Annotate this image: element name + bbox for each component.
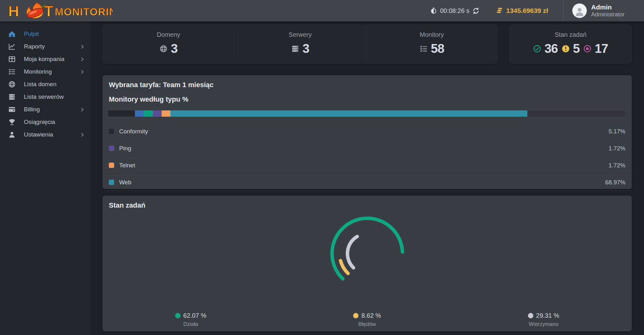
sidebar-item-osi-gni-cia[interactable]: Osiągnięcia <box>0 116 91 128</box>
legend-row-web: Web68.97% <box>103 174 632 191</box>
session-timer: 00:08:26 s <box>430 0 479 21</box>
legend-value: 29.31 % <box>536 312 559 319</box>
chevron-right-icon <box>80 44 85 49</box>
sidebar-item-label: Moja kompania <box>24 56 80 63</box>
stop-circle-icon <box>583 45 591 53</box>
sidebar-item-label: Billing <box>24 106 80 113</box>
task-state-panel-title: Stan zadań <box>103 196 632 209</box>
donut-legend-item-wstrzymano[interactable]: 29.31 %Wstrzymano <box>455 312 632 327</box>
chart-icon <box>8 43 16 50</box>
sidebar-item-lista-serwer-w[interactable]: Lista serwerów <box>0 91 91 103</box>
legend-percentage: 1.72% <box>608 145 625 152</box>
person-icon <box>574 6 585 17</box>
stats-card-counts: Domeny3Serwery3Monitory58 <box>103 25 498 64</box>
legend-dot <box>528 313 533 318</box>
checklist-icon <box>419 45 428 53</box>
tariff-panel-title: Wybrana taryfa: Team 1 miesiąc <box>103 75 632 89</box>
bar-segment <box>527 110 625 117</box>
user-name: Admin <box>591 3 625 11</box>
tariff-panel: Wybrana taryfa: Team 1 miesiąc Monitory … <box>103 75 632 189</box>
sidebar-item-lista-domen[interactable]: Lista domen <box>0 78 91 91</box>
task-state-donut-chart <box>328 214 407 294</box>
legend-dot <box>175 313 180 318</box>
svg-text:H: H <box>8 3 19 20</box>
session-timer-value: 00:08:26 s <box>440 7 469 14</box>
monitors-by-type-title: Monitory według typu % <box>103 89 632 103</box>
legend-label: Działa <box>183 321 198 327</box>
task-state-legend: 62.07 %Działa8.62 %Błędów29.31 %Wstrzyma… <box>103 312 632 327</box>
home-icon <box>8 30 16 38</box>
account-balance: 1345.69639 zł <box>496 0 548 21</box>
legend-percentage: 5.17% <box>608 128 625 135</box>
trophy-icon <box>8 118 16 126</box>
chevron-right-icon <box>80 107 85 112</box>
chevron-right-icon <box>80 132 85 137</box>
stopwatch-icon <box>430 7 437 14</box>
globe-icon <box>8 81 16 88</box>
legend-dot <box>353 313 358 318</box>
main-content: Domeny3Serwery3Monitory58 Stan zadań 365… <box>91 21 644 335</box>
monitors-by-type-legend: Conformity5.17%Ping1.72%Telnet1.72%Web68… <box>103 123 632 191</box>
server-icon <box>8 93 16 101</box>
stat-value: 17 <box>595 42 608 56</box>
bar-segment-conformity <box>108 110 135 117</box>
account-balance-value: 1345.69639 zł <box>506 7 548 14</box>
bar-segment <box>144 110 153 117</box>
refresh-icon[interactable] <box>472 7 480 14</box>
donut-legend-item-działa[interactable]: 62.07 %Działa <box>103 312 279 327</box>
sidebar-item-label: Ustawienia <box>24 131 80 138</box>
legend-swatch <box>109 146 114 151</box>
stat-title: Domeny <box>157 31 180 38</box>
sidebar-item-label: Lista domen <box>24 81 85 88</box>
sidebar-item-label: Lista serwerów <box>24 93 85 100</box>
legend-row-conformity: Conformity5.17% <box>103 123 632 140</box>
legend-label: Błędów <box>358 321 376 327</box>
donut-legend-item-błędów[interactable]: 8.62 %Błędów <box>279 312 455 327</box>
legend-percentage: 68.97% <box>605 179 625 186</box>
app-logo[interactable]: H T MONITORING <box>7 1 113 20</box>
stat-value: 3 <box>303 42 309 56</box>
sidebar-item-moja-kompania[interactable]: Moja kompania <box>0 53 91 65</box>
user-menu[interactable]: Admin Administrator <box>563 0 644 21</box>
bar-segment-ping <box>153 110 162 117</box>
sidebar-item-raporty[interactable]: Raporty <box>0 40 91 53</box>
legend-swatch <box>109 129 114 134</box>
legend-label: Telnet <box>119 162 608 169</box>
user-icon <box>8 131 16 138</box>
stat-section-domeny: Domeny3 <box>103 25 234 63</box>
stat-section-serwery: Serwery3 <box>234 25 366 63</box>
coins-icon <box>496 7 503 14</box>
arc-działa <box>332 218 402 279</box>
user-role: Administrator <box>591 11 625 18</box>
check-circle-icon <box>533 45 541 53</box>
arc-wstrzymano <box>347 237 357 268</box>
arc-błędów <box>340 261 348 274</box>
sidebar-item-billing[interactable]: Billing <box>0 103 91 116</box>
legend-swatch <box>109 163 114 168</box>
sidebar-item-pulpit[interactable]: Pulpit <box>0 28 91 40</box>
sidebar: PulpitRaportyMoja kompaniaMonitoringList… <box>0 21 91 335</box>
legend-label: Wstrzymano <box>529 321 558 327</box>
stat-title: Monitory <box>420 31 444 38</box>
stat-title: Serwery <box>289 31 312 38</box>
credit-card-icon <box>8 106 16 113</box>
legend-swatch <box>109 180 114 185</box>
svg-text:T: T <box>44 3 53 20</box>
sidebar-item-monitoring[interactable]: Monitoring <box>0 65 91 78</box>
legend-value: 62.07 % <box>183 312 206 319</box>
hot-monitoring-logo-icon: H T MONITORING <box>7 2 113 20</box>
stat-value: 5 <box>573 42 580 56</box>
task-state-stat: 36 <box>533 42 558 56</box>
chevron-right-icon <box>80 57 85 62</box>
bar-segment <box>135 110 144 117</box>
table-icon <box>8 55 16 63</box>
sidebar-item-label: Monitoring <box>24 68 80 75</box>
stat-section-monitory: Monitory58 <box>366 25 497 63</box>
task-state-stat: 5 <box>562 42 580 56</box>
checklist-icon <box>8 68 16 75</box>
server-icon <box>291 45 299 53</box>
sidebar-item-label: Raporty <box>24 43 80 50</box>
sidebar-item-ustawienia[interactable]: Ustawienia <box>0 128 91 141</box>
sidebar-item-label: Osiągnięcia <box>24 119 85 126</box>
chevron-right-icon <box>80 69 85 75</box>
